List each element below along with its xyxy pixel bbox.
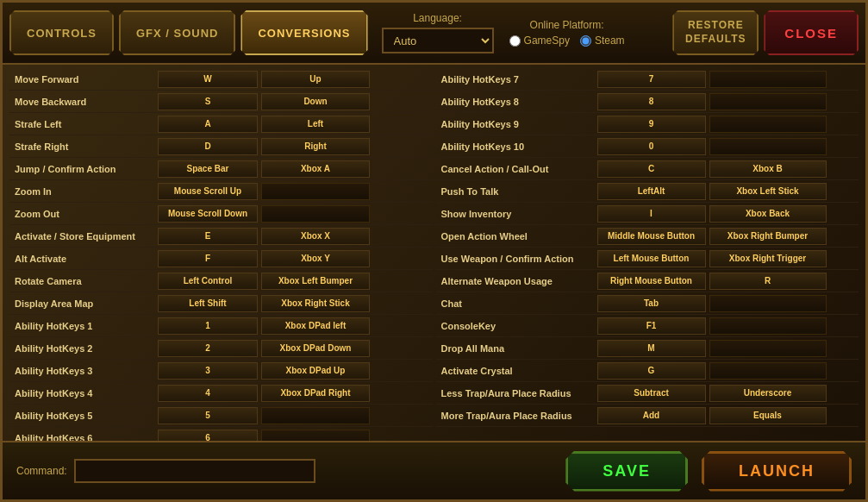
- key-secondary[interactable]: Xbox Left Bumper: [261, 273, 370, 290]
- control-row: Activate CrystalG: [436, 360, 859, 382]
- key-secondary[interactable]: Down: [261, 93, 370, 110]
- key-secondary[interactable]: Xbox DPad Right: [261, 385, 370, 402]
- tab-conversions[interactable]: CONVERSIONS: [240, 10, 367, 55]
- control-name: Alt Activate: [9, 254, 156, 264]
- key-primary[interactable]: G: [597, 362, 706, 380]
- key-secondary[interactable]: [709, 116, 827, 133]
- key-primary[interactable]: Middle Mouse Button: [597, 228, 706, 245]
- control-row: ConsoleKeyF1: [436, 315, 859, 337]
- key-primary[interactable]: Left Shift: [158, 295, 258, 312]
- key-primary[interactable]: Subtract: [597, 385, 706, 402]
- key-primary[interactable]: 1: [158, 317, 258, 335]
- key-secondary[interactable]: Xbox Back: [709, 205, 827, 223]
- bottom-bar: Command: SAVE LAUNCH: [3, 441, 865, 499]
- control-name: Alternate Weapon Usage: [436, 276, 596, 286]
- key-secondary[interactable]: Up: [261, 71, 370, 88]
- key-secondary[interactable]: Xbox DPad Down: [261, 340, 370, 357]
- key-primary[interactable]: LeftAlt: [597, 183, 706, 200]
- key-secondary[interactable]: [261, 205, 370, 223]
- close-button[interactable]: CLOSE: [764, 10, 859, 55]
- key-secondary[interactable]: [261, 407, 370, 424]
- control-row: Ability HotKeys 100: [436, 135, 859, 158]
- restore-defaults-button[interactable]: RESTOREDEFAULTS: [672, 10, 759, 55]
- control-row: Open Action WheelMiddle Mouse ButtonXbox…: [436, 225, 859, 248]
- key-primary[interactable]: 5: [158, 407, 258, 424]
- key-secondary[interactable]: Underscore: [709, 385, 827, 402]
- platform-steam[interactable]: Steam: [580, 35, 625, 47]
- key-secondary[interactable]: [709, 138, 827, 155]
- key-primary[interactable]: E: [158, 228, 258, 245]
- key-primary[interactable]: F: [158, 250, 258, 267]
- key-secondary[interactable]: [709, 317, 827, 335]
- key-secondary[interactable]: Xbox Right Bumper: [709, 228, 827, 245]
- control-name: Ability HotKeys 1: [9, 321, 156, 331]
- key-secondary[interactable]: Xbox A: [261, 160, 370, 178]
- key-primary[interactable]: I: [597, 205, 706, 223]
- key-secondary[interactable]: [709, 362, 827, 380]
- command-input[interactable]: [74, 459, 315, 483]
- control-row: Jump / Confirm ActionSpace BarXbox A: [9, 158, 433, 180]
- control-row: Alt ActivateFXbox Y: [9, 248, 433, 270]
- key-secondary[interactable]: Right: [261, 138, 370, 155]
- control-row: Activate / Store EquipmentEXbox X: [9, 225, 433, 248]
- key-secondary[interactable]: Xbox DPad Up: [261, 362, 370, 380]
- left-controls-section: Move ForwardWUpMove BackwardSDownStrafe …: [9, 68, 433, 444]
- key-secondary[interactable]: Xbox Right Stick: [261, 295, 370, 312]
- key-primary[interactable]: 7: [597, 71, 706, 88]
- main-content: Move ForwardWUpMove BackwardSDownStrafe …: [3, 65, 865, 444]
- platform-gamespy[interactable]: GameSpy: [509, 35, 570, 47]
- key-primary[interactable]: S: [158, 93, 258, 110]
- key-primary[interactable]: D: [158, 138, 258, 155]
- key-secondary[interactable]: Equals: [709, 407, 827, 424]
- key-primary[interactable]: 9: [597, 116, 706, 133]
- command-section: Command:: [16, 459, 315, 483]
- key-primary[interactable]: Mouse Scroll Up: [158, 183, 258, 200]
- key-secondary[interactable]: [709, 295, 827, 312]
- language-select[interactable]: Auto English French German Spanish: [382, 28, 494, 53]
- language-section: Language: Auto English French German Spa…: [382, 12, 494, 53]
- key-primary[interactable]: Mouse Scroll Down: [158, 205, 258, 223]
- key-primary[interactable]: M: [597, 340, 706, 357]
- control-row: Ability HotKeys 88: [436, 91, 859, 113]
- key-secondary[interactable]: [709, 71, 827, 88]
- key-primary[interactable]: Right Mouse Button: [597, 273, 706, 290]
- key-primary[interactable]: 8: [597, 93, 706, 110]
- key-primary[interactable]: 4: [158, 385, 258, 402]
- key-secondary[interactable]: [261, 183, 370, 200]
- control-name: ConsoleKey: [436, 321, 596, 331]
- tab-gfx-sound[interactable]: GFX / SOUND: [119, 10, 236, 55]
- key-secondary[interactable]: Xbox B: [709, 160, 827, 178]
- key-secondary[interactable]: [709, 340, 827, 357]
- key-primary[interactable]: 2: [158, 340, 258, 357]
- key-primary[interactable]: 0: [597, 138, 706, 155]
- key-primary[interactable]: Add: [597, 407, 706, 424]
- key-secondary[interactable]: Xbox Left Stick: [709, 183, 827, 200]
- key-primary[interactable]: 3: [158, 362, 258, 380]
- key-secondary[interactable]: Xbox X: [261, 228, 370, 245]
- control-name: Drop All Mana: [436, 343, 596, 354]
- key-secondary[interactable]: Left: [261, 116, 370, 133]
- key-primary[interactable]: C: [597, 160, 706, 178]
- control-name: Use Weapon / Confirm Action: [436, 254, 596, 264]
- key-secondary[interactable]: R: [709, 273, 827, 290]
- launch-button[interactable]: LAUNCH: [702, 451, 852, 492]
- key-secondary[interactable]: Xbox DPad left: [261, 317, 370, 335]
- platform-radio-group: GameSpy Steam: [509, 35, 625, 47]
- key-primary[interactable]: W: [158, 71, 258, 88]
- control-name: Push To Talk: [436, 186, 596, 197]
- control-name: Ability HotKeys 8: [436, 97, 596, 107]
- tab-controls[interactable]: CONTROLS: [9, 10, 114, 55]
- key-primary[interactable]: Left Mouse Button: [597, 250, 706, 267]
- key-primary[interactable]: Space Bar: [158, 160, 258, 178]
- key-primary[interactable]: A: [158, 116, 258, 133]
- control-row: Move ForwardWUp: [9, 68, 433, 91]
- control-row: Ability HotKeys 99: [436, 113, 859, 135]
- key-primary[interactable]: F1: [597, 317, 706, 335]
- main-window: CONTROLS GFX / SOUND CONVERSIONS Languag…: [0, 0, 868, 502]
- key-secondary[interactable]: Xbox Right Trigger: [709, 250, 827, 267]
- save-button[interactable]: SAVE: [565, 451, 688, 492]
- key-primary[interactable]: Left Control: [158, 273, 258, 290]
- key-primary[interactable]: Tab: [597, 295, 706, 312]
- key-secondary[interactable]: Xbox Y: [261, 250, 370, 267]
- key-secondary[interactable]: [709, 93, 827, 110]
